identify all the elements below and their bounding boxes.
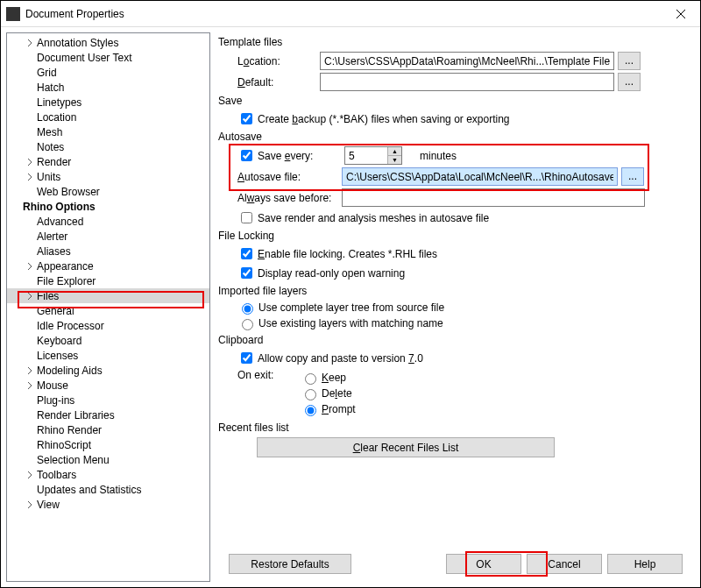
checkbox-allow-copy[interactable] <box>241 352 252 364</box>
tree-item[interactable]: Annotation Styles <box>7 35 209 50</box>
tree-item[interactable]: Web Browser <box>7 184 209 199</box>
tree-header-rhino-options[interactable]: Rhino Options <box>7 199 209 214</box>
clear-recent-button[interactable]: Clear Recent Files List <box>257 437 555 457</box>
checkbox-enable-locking-row[interactable]: Enable file locking. Creates *.RHL files <box>218 245 691 262</box>
cancel-button[interactable]: Cancel <box>527 554 602 574</box>
help-button[interactable]: Help <box>607 554 683 574</box>
category-tree[interactable]: Annotation StylesDocument User TextGridH… <box>6 32 210 582</box>
radio-prompt[interactable] <box>305 405 316 416</box>
label-on-exit: On exit: <box>237 369 301 381</box>
browse-location-button[interactable]: ... <box>618 52 641 70</box>
tree-item[interactable]: Appearance <box>7 259 209 273</box>
radio-complete-tree[interactable] <box>242 303 253 315</box>
tree-item[interactable]: Mesh <box>7 124 209 139</box>
autosave-file-input[interactable] <box>342 167 618 186</box>
tree-item[interactable]: Units <box>7 169 209 184</box>
chevron-right-icon <box>25 380 35 391</box>
tree-item[interactable]: RhinoScript <box>7 437 209 452</box>
radio-delete[interactable] <box>305 389 316 400</box>
browse-default-button[interactable]: ... <box>618 73 641 91</box>
tree-item[interactable]: Mouse <box>7 378 209 393</box>
tree-item[interactable]: Rhino Render <box>7 422 209 437</box>
tree-item[interactable]: Plug-ins <box>7 393 209 407</box>
chevron-right-icon <box>25 231 35 242</box>
tree-item[interactable]: Hatch <box>7 80 209 95</box>
section-recent: Recent files list <box>218 422 691 434</box>
checkbox-save-meshes-row[interactable]: Save render and analysis meshes in autos… <box>218 209 691 226</box>
tree-item[interactable]: Licenses <box>7 348 209 363</box>
radio-delete-row[interactable]: Delete <box>301 386 356 400</box>
chevron-right-icon <box>25 321 35 331</box>
tree-item[interactable]: Render <box>7 154 209 169</box>
chevron-right-icon <box>25 112 35 123</box>
tree-item[interactable]: Modeling Aids <box>7 363 209 378</box>
tree-item[interactable]: Toolbars <box>7 467 209 482</box>
section-template: Template files <box>218 36 691 48</box>
ok-button[interactable]: OK <box>446 554 521 574</box>
close-button[interactable] <box>661 1 700 26</box>
chevron-right-icon <box>25 395 35 406</box>
chevron-right-icon <box>25 97 35 108</box>
chevron-right-icon <box>11 202 21 212</box>
tree-item[interactable]: Aliases <box>7 244 209 259</box>
checkbox-readonly-warning-row[interactable]: Display read-only open warning <box>218 265 691 281</box>
tree-item[interactable]: Grid <box>7 65 209 80</box>
checkbox-save-every-row[interactable]: Save every: ▲▼ minutes <box>218 146 691 165</box>
tree-item[interactable]: Notes <box>7 139 209 154</box>
settings-panel: Template files Location: ... Default: ..… <box>213 27 700 587</box>
chevron-right-icon <box>25 142 35 152</box>
radio-complete-tree-row[interactable]: Use complete layer tree from source file <box>218 301 691 315</box>
chevron-right-icon <box>25 67 35 78</box>
tree-item[interactable]: Files <box>7 288 209 303</box>
default-input[interactable] <box>320 73 614 91</box>
chevron-right-icon <box>25 499 35 510</box>
chevron-right-icon <box>25 306 35 316</box>
always-save-before-input[interactable] <box>342 188 645 207</box>
spinner-up-icon[interactable]: ▲ <box>388 147 401 156</box>
checkbox-create-backup[interactable] <box>241 113 252 124</box>
dialog-body: Annotation StylesDocument User TextGridH… <box>1 27 700 587</box>
chevron-right-icon <box>25 172 35 182</box>
radio-existing-layers[interactable] <box>242 319 253 330</box>
section-imported: Imported file layers <box>218 285 691 297</box>
checkbox-allow-copy-row[interactable]: Allow copy and paste to version 7.0 <box>218 350 691 366</box>
tree-item[interactable]: Advanced <box>7 214 209 229</box>
chevron-right-icon <box>25 261 35 272</box>
app-icon <box>6 7 20 21</box>
tree-item[interactable]: Render Libraries <box>7 407 209 422</box>
tree-item[interactable]: Document User Text <box>7 50 209 65</box>
label-autosave-file: Autosave file: <box>237 171 342 183</box>
save-every-input[interactable] <box>345 147 387 164</box>
chevron-right-icon <box>25 410 35 421</box>
label-default: Default: <box>237 76 320 89</box>
tree-item[interactable]: File Explorer <box>7 273 209 288</box>
tree-item[interactable]: General <box>7 303 209 318</box>
tree-item[interactable]: Updates and Statistics <box>7 482 209 497</box>
restore-defaults-button[interactable]: Restore Defaults <box>229 554 351 574</box>
tree-item[interactable]: Selection Menu <box>7 452 209 467</box>
chevron-right-icon <box>25 440 35 450</box>
close-icon <box>676 10 685 18</box>
radio-existing-layers-row[interactable]: Use existing layers with matching name <box>218 316 691 330</box>
radio-prompt-row[interactable]: Prompt <box>301 402 356 416</box>
checkbox-enable-locking[interactable] <box>241 248 252 259</box>
checkbox-readonly-warning[interactable] <box>241 267 252 279</box>
section-save: Save <box>218 95 691 107</box>
tree-item[interactable]: Idle Processor <box>7 318 209 333</box>
tree-item[interactable]: Linetypes <box>7 95 209 110</box>
radio-keep-row[interactable]: Keep <box>301 371 356 385</box>
window-title: Document Properties <box>25 8 661 20</box>
checkbox-create-backup-row[interactable]: Create backup (*.*BAK) files when saving… <box>218 110 691 127</box>
browse-autosave-button[interactable]: ... <box>621 167 644 186</box>
location-input[interactable] <box>320 52 614 70</box>
tree-item[interactable]: Alerter <box>7 229 209 244</box>
tree-item[interactable]: View <box>7 497 209 512</box>
save-every-spinner[interactable]: ▲▼ <box>344 146 402 165</box>
tree-item[interactable]: Location <box>7 110 209 124</box>
radio-keep[interactable] <box>305 373 316 385</box>
tree-item[interactable]: Keyboard <box>7 333 209 348</box>
checkbox-save-meshes[interactable] <box>241 212 252 223</box>
chevron-right-icon <box>25 53 35 63</box>
checkbox-save-every[interactable] <box>241 150 252 161</box>
spinner-down-icon[interactable]: ▼ <box>388 156 401 164</box>
